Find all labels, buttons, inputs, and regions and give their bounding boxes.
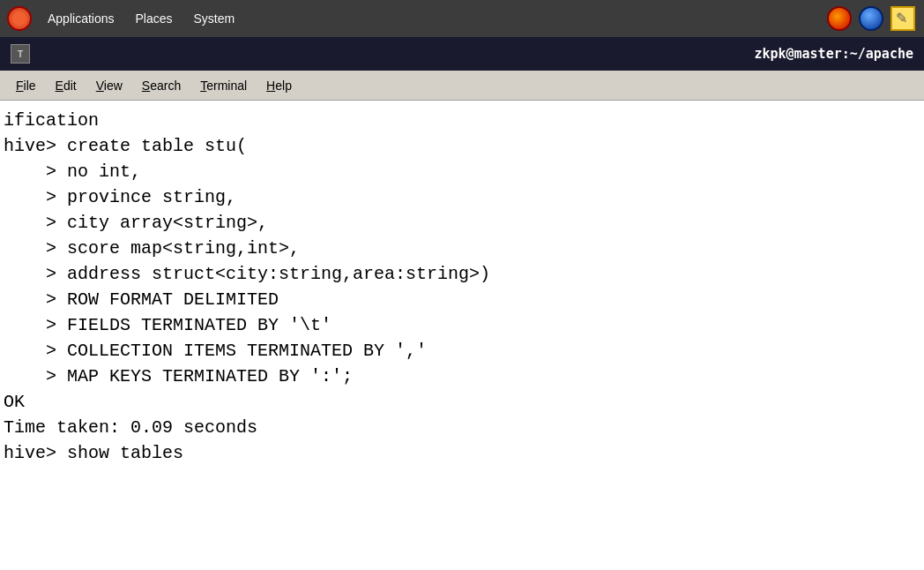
terminal-title: zkpk@master:~/apache <box>37 46 913 62</box>
terminal-menubar: File Edit View Search Terminal Help <box>0 71 924 101</box>
terminal-output: ification hive> create table stu( > no i… <box>0 101 924 570</box>
view-menu[interactable]: View <box>87 75 131 96</box>
terminal-icon: T <box>11 44 30 64</box>
firefox-icon[interactable] <box>825 4 853 33</box>
gnome-foot-icon <box>7 6 32 31</box>
applications-menu[interactable]: Applications <box>39 8 123 29</box>
edit-menu[interactable]: Edit <box>47 75 86 96</box>
places-menu[interactable]: Places <box>127 8 182 29</box>
note-icon[interactable] <box>889 4 917 33</box>
top-menubar: Applications Places System <box>0 0 924 37</box>
help-menu[interactable]: Help <box>257 75 301 96</box>
terminal-titlebar: T zkpk@master:~/apache <box>0 37 924 71</box>
search-menu[interactable]: Search <box>133 75 190 96</box>
terminal-menu-item[interactable]: Terminal <box>191 75 256 96</box>
globe-icon[interactable] <box>857 4 885 33</box>
file-menu[interactable]: File <box>7 75 45 96</box>
system-menu[interactable]: System <box>185 8 244 29</box>
